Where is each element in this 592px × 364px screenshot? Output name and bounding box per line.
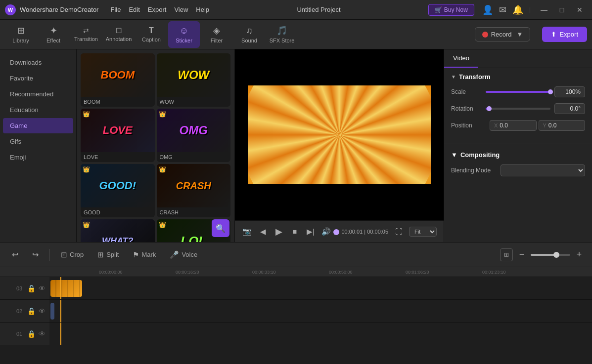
sidebar-item-education[interactable]: Education bbox=[3, 102, 73, 118]
ruler-mark-2: 00:00:33:10 bbox=[252, 270, 329, 275]
fullscreen-button[interactable]: ⛶ bbox=[393, 226, 404, 238]
export-button[interactable]: ⬆ Export bbox=[542, 27, 587, 42]
tool-sfx-store[interactable]: 🎵 SFX Store bbox=[266, 21, 298, 48]
track-03-area[interactable] bbox=[49, 277, 592, 299]
fit-select[interactable]: Fit Fill 1:1 16:9 bbox=[409, 227, 437, 237]
menu-edit[interactable]: Edit bbox=[129, 6, 139, 13]
tool-caption-label: Caption bbox=[142, 37, 161, 42]
sunburst-background bbox=[248, 85, 431, 184]
rotation-slider[interactable] bbox=[486, 105, 550, 113]
position-y[interactable]: Y 0.0 bbox=[539, 120, 586, 131]
rotation-row: Rotation 0.0° bbox=[451, 103, 585, 114]
track-03-visibility[interactable]: 👁 bbox=[39, 284, 46, 292]
record-button[interactable]: Record ▼ bbox=[475, 27, 531, 41]
tool-transition[interactable]: ⇄ Transition bbox=[70, 21, 102, 48]
icon-bell[interactable]: 🔔 bbox=[512, 4, 523, 15]
crop-button[interactable]: ⊡ Crop bbox=[56, 248, 89, 261]
track-01-visibility[interactable]: 👁 bbox=[39, 330, 46, 338]
voice-icon: 🎤 bbox=[170, 250, 179, 259]
zoom-out-button[interactable]: − bbox=[516, 249, 528, 261]
blending-mode-select[interactable]: Normal Multiply Screen bbox=[501, 164, 585, 176]
sticker-crash[interactable]: 👑 CRASH CRASH bbox=[157, 164, 231, 217]
menu-view[interactable]: View bbox=[174, 6, 188, 13]
sidebar-item-emoji[interactable]: Emoji bbox=[3, 150, 73, 165]
play-button[interactable]: ▶ bbox=[273, 226, 284, 238]
sidebar-item-gifs[interactable]: Gifs bbox=[3, 134, 73, 149]
split-button[interactable]: ⊞ Split bbox=[92, 248, 124, 261]
zoom-fit-button[interactable]: ⊞ bbox=[500, 248, 513, 261]
minimize-button[interactable]: — bbox=[537, 4, 551, 15]
library-icon: ⊞ bbox=[17, 25, 25, 36]
track-01-lock[interactable]: 🔒 bbox=[27, 330, 36, 338]
mark-button[interactable]: ⚑ Mark bbox=[128, 248, 161, 261]
maximize-button[interactable]: □ bbox=[554, 4, 569, 15]
ruler-mark-5: 00:01:23:10 bbox=[482, 270, 559, 275]
sticker-what[interactable]: 👑 WHAT? WHAT? bbox=[81, 219, 155, 242]
screenshot-button[interactable]: 📷 bbox=[242, 226, 253, 238]
menu-file[interactable]: File bbox=[110, 6, 121, 13]
buy-now-button[interactable]: 🛒 Buy Now bbox=[428, 4, 474, 16]
track-01-area[interactable] bbox=[49, 323, 592, 345]
toolbar: ⊞ Library ✦ Effect ⇄ Transition ☐ Annota… bbox=[0, 20, 592, 49]
rotation-label: Rotation bbox=[451, 105, 486, 112]
sidebar-item-game[interactable]: Game bbox=[3, 118, 73, 133]
track-01-number: 01 bbox=[16, 331, 24, 337]
properties-panel: Video ▼ Transform Scale 100% Rotation bbox=[444, 49, 592, 242]
clip-video-03[interactable] bbox=[50, 280, 82, 297]
tool-sound[interactable]: ♫ Sound bbox=[233, 21, 265, 48]
stop-button[interactable]: ■ bbox=[289, 226, 300, 238]
menu-help[interactable]: Help bbox=[196, 6, 209, 13]
sticker-love[interactable]: 👑 LOVE LOVE bbox=[81, 109, 155, 162]
track-02-visibility[interactable]: 👁 bbox=[39, 307, 46, 315]
volume-button[interactable]: 🔊 bbox=[321, 226, 332, 238]
sticker-wow[interactable]: WOW WOW bbox=[157, 53, 231, 107]
undo-button[interactable]: ↩ bbox=[7, 248, 23, 261]
tool-effect-label: Effect bbox=[46, 38, 60, 43]
tool-annotation[interactable]: ☐ Annotation bbox=[103, 21, 135, 48]
menu-export[interactable]: Export bbox=[148, 6, 167, 13]
zoom-slider[interactable] bbox=[531, 254, 570, 256]
record-label: Record bbox=[491, 31, 512, 38]
zoom-in-button[interactable]: + bbox=[573, 249, 585, 261]
voice-button[interactable]: 🎤 Voice bbox=[165, 248, 202, 261]
icon-user[interactable]: 👤 bbox=[482, 4, 493, 15]
track-03-lock[interactable]: 🔒 bbox=[27, 284, 36, 292]
tool-sticker-label: Sticker bbox=[176, 38, 192, 43]
compositing-title[interactable]: ▼ Compositing bbox=[451, 151, 585, 159]
sticker-sidebar: Downloads Favorite Recommended Education… bbox=[0, 49, 77, 242]
next-frame-button[interactable]: ▶| bbox=[305, 226, 316, 238]
tool-annotation-label: Annotation bbox=[106, 36, 132, 42]
clip-audio-02[interactable] bbox=[50, 303, 54, 320]
track-02-lock[interactable]: 🔒 bbox=[27, 307, 36, 315]
position-x[interactable]: X 0.0 bbox=[490, 120, 537, 131]
tool-library[interactable]: ⊞ Library bbox=[5, 21, 37, 48]
transform-section: ▼ Transform Scale 100% Rotation bbox=[444, 68, 592, 142]
project-title: Untitled Project bbox=[213, 6, 424, 13]
sticker-boom[interactable]: BOOM BOOM bbox=[81, 53, 155, 107]
icon-mail[interactable]: ✉ bbox=[499, 4, 506, 15]
track-03: 03 🔒 👁 bbox=[0, 277, 592, 300]
tool-library-label: Library bbox=[12, 38, 29, 43]
tab-video[interactable]: Video bbox=[444, 49, 478, 68]
tool-caption[interactable]: T Caption bbox=[136, 21, 167, 48]
scale-slider[interactable] bbox=[486, 88, 550, 96]
sidebar-item-downloads[interactable]: Downloads bbox=[3, 55, 73, 70]
track-01: 01 🔒 👁 bbox=[0, 323, 592, 345]
sidebar-item-favorite[interactable]: Favorite bbox=[3, 71, 73, 86]
prev-frame-button[interactable]: ◀ bbox=[258, 226, 269, 238]
sidebar-item-recommended[interactable]: Recommended bbox=[3, 86, 73, 102]
close-button[interactable]: ✕ bbox=[572, 4, 587, 15]
sticker-omg[interactable]: 👑 OMG OMG bbox=[157, 109, 231, 162]
sticker-search-button[interactable]: 🔍 bbox=[212, 219, 229, 237]
transform-title[interactable]: ▼ Transform bbox=[451, 73, 585, 81]
tool-sticker[interactable]: ☺ Sticker bbox=[168, 21, 200, 48]
track-02-area[interactable] bbox=[49, 300, 592, 322]
sticker-good[interactable]: 👑 GOOD! GOOD bbox=[81, 164, 155, 217]
sticker-boom-label: BOOM bbox=[81, 97, 155, 107]
scale-row: Scale 100% bbox=[451, 86, 585, 97]
sound-icon: ♫ bbox=[246, 26, 253, 36]
redo-button[interactable]: ↪ bbox=[27, 248, 44, 261]
tool-effect[interactable]: ✦ Effect bbox=[38, 21, 69, 48]
effect-icon: ✦ bbox=[50, 25, 57, 36]
tool-filter[interactable]: ◈ Filter bbox=[201, 21, 232, 48]
